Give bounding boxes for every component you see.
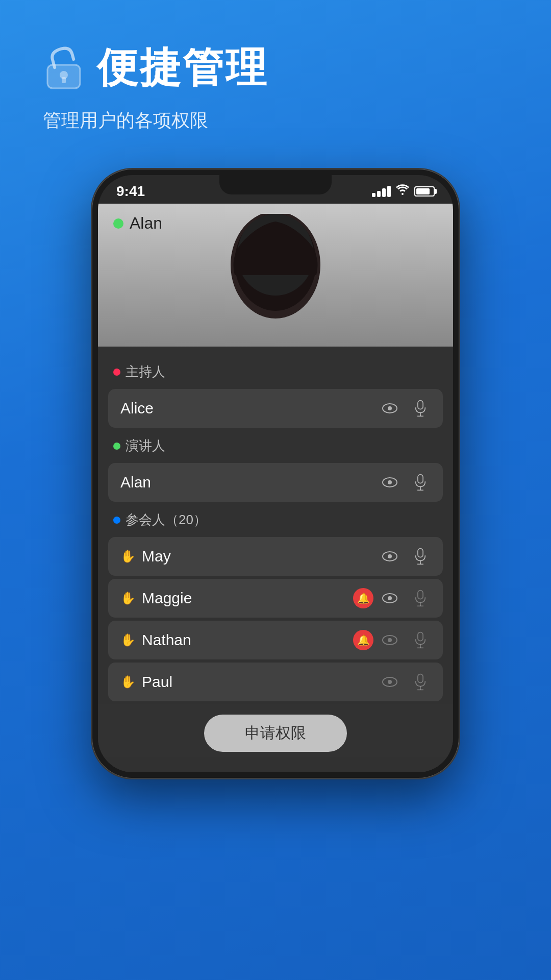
video-person-name: Alan (130, 214, 162, 233)
title-row: 便捷管理 (41, 41, 268, 96)
attendees-dot (113, 517, 120, 524)
eye-button[interactable] (380, 588, 400, 608)
participant-row[interactable]: ✋ Maggie 🔔 (108, 579, 443, 618)
raise-hand-icon: ✋ (120, 633, 136, 647)
control-icons (380, 398, 431, 419)
svg-point-27 (388, 638, 392, 642)
svg-rect-28 (418, 632, 423, 641)
participants-panel: 主持人 Alice 演讲人 (98, 347, 453, 772)
signal-icon (372, 186, 391, 197)
notification-badge: 🔔 (353, 630, 373, 650)
svg-rect-13 (418, 475, 423, 483)
eye-button[interactable] (380, 672, 400, 692)
svg-rect-18 (418, 549, 423, 557)
svg-point-12 (388, 480, 392, 484)
presenter-label: 演讲人 (126, 437, 165, 455)
mic-button[interactable] (410, 398, 431, 419)
control-icons (380, 672, 431, 692)
svg-rect-2 (62, 77, 66, 83)
phone-frame: 9:41 (92, 169, 459, 778)
svg-rect-8 (418, 401, 423, 409)
participant-name: Paul (142, 673, 373, 691)
svg-rect-23 (418, 591, 423, 599)
presenter-dot (113, 443, 120, 450)
status-icons (372, 184, 435, 199)
online-dot (113, 218, 123, 229)
mic-button[interactable] (410, 588, 431, 608)
eye-button[interactable] (380, 472, 400, 493)
mic-button[interactable] (410, 630, 431, 650)
person-silhouette (219, 214, 332, 347)
mic-button[interactable] (410, 472, 431, 493)
video-area: Alan (98, 204, 453, 347)
battery-icon (414, 186, 435, 197)
attendees-label: 参会人（20） (126, 511, 207, 529)
eye-button[interactable] (380, 630, 400, 650)
raise-hand-icon: ✋ (120, 675, 136, 689)
apply-button-area: 申请权限 (98, 704, 453, 757)
host-dot (113, 369, 120, 376)
participant-name: Alice (120, 400, 373, 417)
status-time: 9:41 (116, 183, 145, 200)
attendees-section-header: 参会人（20） (98, 505, 453, 534)
participant-name: Maggie (142, 590, 345, 607)
participant-name: Nathan (142, 631, 345, 649)
participant-row[interactable]: ✋ May (108, 537, 443, 576)
control-icons (380, 546, 431, 567)
raise-hand-icon: ✋ (120, 549, 136, 564)
participant-row[interactable]: Alice (108, 389, 443, 428)
subtitle: 管理用户的各项权限 (43, 108, 208, 133)
participant-row[interactable]: ✋ Nathan 🔔 (108, 621, 443, 659)
participant-row[interactable]: Alan (108, 463, 443, 502)
svg-point-22 (388, 596, 392, 600)
mic-button[interactable] (410, 546, 431, 567)
notification-badge: 🔔 (353, 588, 373, 608)
svg-point-32 (388, 680, 392, 684)
svg-point-17 (388, 554, 392, 558)
wifi-icon (396, 184, 409, 199)
control-icons (380, 630, 431, 650)
host-section-header: 主持人 (98, 357, 453, 386)
phone-screen: 9:41 (98, 175, 453, 772)
lock-icon (41, 45, 87, 91)
svg-point-7 (388, 406, 392, 410)
main-title: 便捷管理 (97, 41, 268, 96)
svg-rect-33 (418, 674, 423, 683)
mic-button[interactable] (410, 672, 431, 692)
participant-name: May (142, 548, 373, 565)
header: 便捷管理 管理用户的各项权限 (0, 0, 551, 154)
control-icons (380, 472, 431, 493)
presenter-section-header: 演讲人 (98, 431, 453, 460)
notch (219, 175, 332, 194)
raise-hand-icon: ✋ (120, 591, 136, 605)
phone-mockup: 9:41 (92, 169, 459, 778)
bell-icon: 🔔 (357, 592, 370, 604)
eye-button[interactable] (380, 546, 400, 567)
host-label: 主持人 (126, 363, 165, 381)
bell-icon: 🔔 (357, 634, 370, 646)
eye-button[interactable] (380, 398, 400, 419)
control-icons (380, 588, 431, 608)
participant-name: Alan (120, 474, 373, 491)
participant-row[interactable]: ✋ Paul (108, 663, 443, 701)
video-person-info: Alan (113, 214, 162, 233)
apply-button[interactable]: 申请权限 (204, 715, 347, 752)
